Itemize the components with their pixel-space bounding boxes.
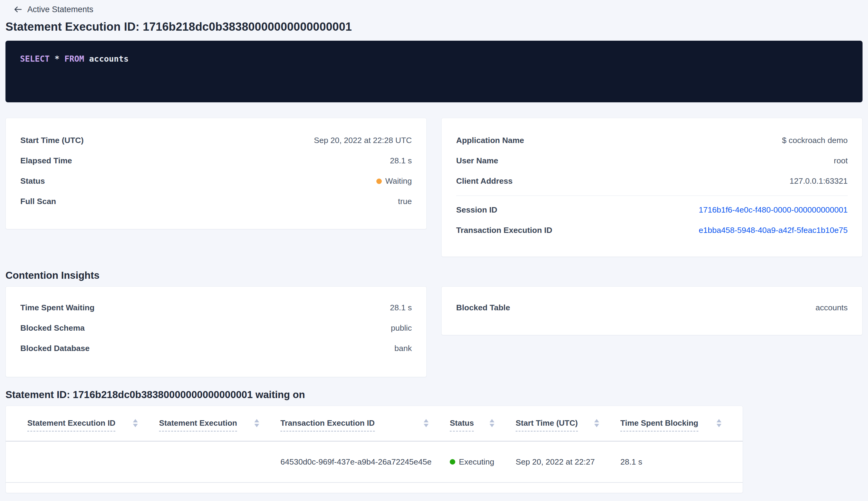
status-text: Waiting (386, 177, 412, 186)
start-time-value: Sep 20, 2022 at 22:28 UTC (314, 136, 412, 145)
contention-cards-row: Time Spent Waiting 28.1 s Blocked Schema… (6, 286, 862, 377)
sql-keyword: FROM (64, 54, 84, 63)
details-cards-row: Start Time (UTC) Sep 20, 2022 at 22:28 U… (6, 118, 862, 257)
column-header-statement-execution-id[interactable]: Statement Execution ID (27, 418, 159, 431)
overview-card: Start Time (UTC) Sep 20, 2022 at 22:28 U… (6, 118, 427, 229)
session-id-link[interactable]: 1716b1f6-4e0c-f480-0000-000000000001 (699, 205, 848, 215)
waiting-on-heading: Statement ID: 1716b218dc0b38380000000000… (6, 388, 862, 402)
column-header-label: Status (450, 418, 474, 431)
breadcrumb-back-active-statements[interactable]: Active Statements (13, 3, 94, 16)
contention-insights-heading: Contention Insights (6, 269, 862, 282)
sql-statement-box: SELECT * FROM accounts (6, 41, 862, 102)
client-address-label: Client Address (456, 177, 513, 186)
elapsed-time-label: Elapsed Time (20, 156, 72, 166)
application-name-value: $ cockroach demo (782, 136, 848, 145)
time-spent-waiting-label: Time Spent Waiting (20, 303, 94, 312)
sql-plain: * (50, 54, 65, 63)
column-header-label: Start Time (UTC) (516, 418, 578, 431)
cell-time-spent-blocking: 28.1 s (620, 457, 743, 467)
sort-arrows-icon (594, 418, 599, 427)
blocked-schema-label: Blocked Schema (20, 323, 85, 333)
column-header-label: Transaction Execution ID (280, 418, 375, 431)
statement-execution-details-page: Active Statements Statement Execution ID… (0, 0, 868, 501)
cell-transaction-execution-id: 64530d0c-969f-437e-a9b4-26a72245e45e (280, 457, 450, 467)
time-spent-waiting-row: Time Spent Waiting 28.1 s (20, 298, 412, 318)
user-name-label: User Name (456, 156, 498, 166)
blocked-table-card: Blocked Table accounts (441, 286, 862, 335)
full-scan-row: Full Scan true (20, 191, 412, 212)
start-time-label: Start Time (UTC) (20, 136, 84, 145)
session-id-row: Session ID 1716b1f6-4e0c-f480-0000-00000… (456, 200, 848, 220)
column-header-label: Time Spent Blocking (620, 418, 698, 431)
column-header-statement-execution[interactable]: Statement Execution (159, 418, 280, 431)
column-header-label: Statement Execution (159, 418, 237, 431)
sql-statement-text: SELECT * FROM accounts (20, 53, 848, 64)
transaction-execution-id-row: Transaction Execution ID e1bba458-5948-4… (456, 220, 848, 241)
application-name-label: Application Name (456, 136, 524, 145)
cell-status-text: Executing (459, 457, 494, 467)
client-address-row: Client Address 127.0.0.1:63321 (456, 171, 848, 191)
column-header-label: Statement Execution ID (27, 418, 115, 431)
sql-keyword: SELECT (20, 54, 50, 63)
column-header-time-spent-blocking[interactable]: Time Spent Blocking (620, 418, 743, 431)
transaction-execution-id-link[interactable]: e1bba458-5948-40a9-a42f-5feac1b10e75 (699, 226, 848, 235)
blocked-table-label: Blocked Table (456, 303, 510, 312)
blocked-table-row: Blocked Table accounts (456, 298, 848, 318)
blocked-database-label: Blocked Database (20, 344, 89, 353)
column-header-status[interactable]: Status (450, 418, 516, 431)
table-row: 64530d0c-969f-437e-a9b4-26a72245e45e Exe… (6, 441, 743, 483)
client-address-value: 127.0.0.1:63321 (789, 177, 848, 186)
column-header-transaction-execution-id[interactable]: Transaction Execution ID (280, 418, 450, 431)
session-card: Application Name $ cockroach demo User N… (441, 118, 862, 257)
session-id-label: Session ID (456, 205, 497, 215)
user-name-value: root (834, 156, 848, 166)
application-name-row: Application Name $ cockroach demo (456, 130, 848, 151)
cell-start-time: Sep 20, 2022 at 22:27 (516, 457, 620, 467)
transaction-execution-id-label: Transaction Execution ID (456, 226, 552, 235)
sort-arrows-icon (424, 418, 428, 427)
elapsed-time-value: 28.1 s (390, 156, 412, 166)
sort-arrows-icon (254, 418, 259, 427)
user-name-row: User Name root (456, 151, 848, 171)
column-header-start-time[interactable]: Start Time (UTC) (516, 418, 620, 431)
status-row: Status Waiting (20, 171, 412, 191)
time-spent-waiting-value: 28.1 s (390, 303, 412, 312)
breadcrumb-label: Active Statements (27, 5, 94, 14)
session-card-divider (456, 195, 848, 196)
start-time-row: Start Time (UTC) Sep 20, 2022 at 22:28 U… (20, 130, 412, 151)
page-title: Statement Execution ID: 1716b218dc0b3838… (6, 19, 862, 34)
blocked-database-row: Blocked Database bank (20, 338, 412, 359)
full-scan-value: true (398, 197, 412, 206)
status-value: Waiting (376, 177, 412, 186)
contention-waiting-card: Time Spent Waiting 28.1 s Blocked Schema… (6, 286, 427, 377)
status-executing-dot-icon (450, 459, 455, 465)
sort-arrows-icon (717, 418, 721, 427)
blocked-schema-row: Blocked Schema public (20, 318, 412, 338)
cell-status: Executing (450, 457, 516, 467)
waiting-on-table-card: Statement Execution ID Statement Executi… (6, 406, 743, 493)
arrow-left-icon (13, 5, 22, 14)
blocked-database-value: bank (394, 344, 412, 353)
blocked-table-value: accounts (815, 303, 848, 312)
status-waiting-dot-icon (376, 179, 382, 184)
full-scan-label: Full Scan (20, 197, 56, 206)
blocked-schema-value: public (391, 323, 412, 333)
sort-arrows-icon (490, 418, 495, 427)
elapsed-time-row: Elapsed Time 28.1 s (20, 151, 412, 171)
sort-arrows-icon (133, 418, 138, 427)
sql-plain: accounts (84, 54, 128, 63)
status-label: Status (20, 177, 45, 186)
waiting-table-header: Statement Execution ID Statement Executi… (6, 406, 743, 441)
